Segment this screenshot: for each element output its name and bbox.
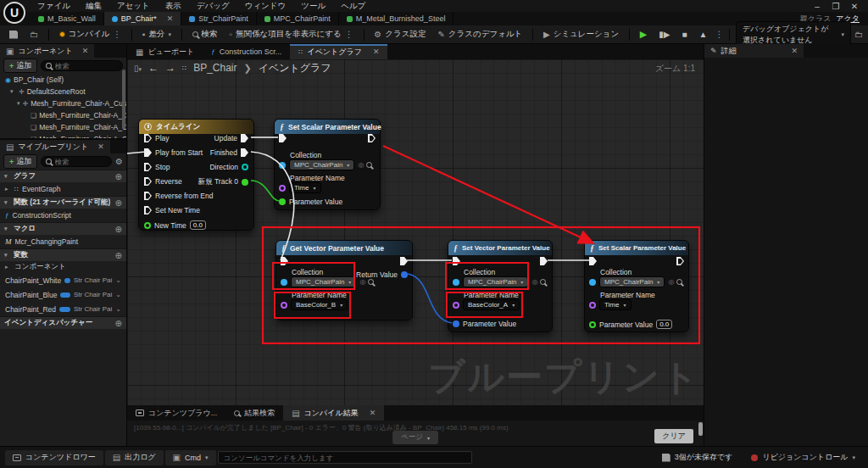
components-scrollbar[interactable] [122,70,125,129]
menu-file[interactable]: ファイル [31,0,77,13]
collection-dropdown[interactable]: MPC_ChairPain▾ [289,159,354,170]
menu-tools[interactable]: ツール [294,0,332,13]
use-selected-icon[interactable]: ◎ [531,278,537,286]
node-set-vector-parameter[interactable]: ƒ Set Vector Parameter Value Collection … [448,240,553,332]
menu-edit[interactable]: 編集 [79,0,108,13]
close-icon[interactable]: ✕ [792,47,798,55]
page-dropdown[interactable]: ページ▾ [392,431,438,444]
tab-close-icon[interactable]: ✕ [370,409,376,417]
minimize-button[interactable]: – [810,2,824,11]
add-component-button[interactable]: + 追加 [3,58,37,73]
event-graph-canvas[interactable]: ▯▾ ← → ∷ BP_Chair ❯ イベントグラフ ズーム 1:1 ブループ… [127,59,704,405]
close-icon[interactable]: ✕ [97,142,104,151]
node-header[interactable]: ƒ Get Vector Parameter Value [276,241,412,255]
diff-button[interactable]: ▪ 差分 ▾ [138,27,175,42]
stop-button[interactable]: ■ [678,28,692,41]
add-graph-icon[interactable]: ⊕ [115,172,122,181]
close-icon[interactable]: ✕ [82,47,89,55]
hide-unrelated-options-icon[interactable]: ⋮ [345,30,353,39]
parameter-value-pin[interactable] [279,198,286,205]
parameter-value-pin[interactable] [589,321,596,328]
menu-asset[interactable]: アセット [110,0,157,13]
browse-icon[interactable] [366,162,372,168]
exec-pin-reverse[interactable] [144,177,152,186]
node-timeline[interactable]: タイムライン Play Play from Start Stop Reverse… [138,119,254,231]
exec-pin-play-from-start[interactable] [144,148,152,157]
compile-options-icon[interactable]: ⋮ [113,30,121,39]
exec-pin-in[interactable] [279,134,287,142]
play-button[interactable]: ▶ [636,27,651,42]
exec-pin-reverse-from-end[interactable] [144,192,152,200]
collapse-arrow-icon[interactable]: ▾ [4,252,10,259]
browse-debug-icon[interactable]: 🗀 [854,30,863,39]
collapse-arrow-icon[interactable]: ▾ [4,173,10,180]
float-pin-track0[interactable] [242,179,248,186]
parameter-name-pin[interactable] [281,302,287,309]
cmd-dropdown[interactable]: ▣ Cmd ▾ [165,450,216,465]
parameter-value-pin[interactable] [453,320,459,327]
eventgraph-item[interactable]: ▸ ∷ EventGraph [0,182,126,196]
browse-icon[interactable] [540,279,546,285]
exec-pin-finished[interactable] [241,148,248,157]
exec-pin-out[interactable] [676,257,684,265]
parameter-name-pin[interactable] [453,302,459,309]
expand-arrow-icon[interactable]: ▾ [10,88,16,95]
log-scrollbar[interactable] [698,422,703,436]
tab-event-graph[interactable]: ∷ イベントグラフ ✕ [290,44,387,59]
close-button[interactable]: ✕ [848,2,861,11]
console-command-input[interactable] [218,451,472,464]
use-selected-icon[interactable]: ◎ [668,278,674,286]
node-set-scalar-parameter-right[interactable]: ƒ Set Scalar Parameter Value Collection … [584,240,689,332]
tree-item-mesh-cushion-child[interactable]: ❏ Mesh_Furniture_Chair-A_Cushion [0,109,126,121]
tab-close-icon[interactable]: ✕ [167,14,174,23]
tab-bp-chair[interactable]: BP_Chair* ✕ [104,12,182,25]
find-button[interactable]: 検索 [188,27,222,42]
browse-icon[interactable] [676,279,682,285]
tab-close-icon[interactable]: ✕ [373,47,380,56]
exec-pin-out[interactable] [540,257,548,265]
parameter-value-field[interactable]: 0.0 [656,320,672,329]
float-pin-new-time[interactable] [144,222,151,229]
expand-arrow-icon[interactable]: ▸ [5,186,11,192]
menu-view[interactable]: 表示 [159,0,188,13]
browse-asset-button[interactable]: 🗀 [25,28,42,41]
menu-window[interactable]: ウィンドウ [238,0,293,13]
node-header[interactable]: タイムライン [139,120,253,134]
visibility-icon[interactable]: ⌄ [115,276,121,284]
parameter-name-dropdown[interactable]: Time▾ [289,182,321,193]
tab-str-chairpaint[interactable]: Str_ChairPaint [181,12,257,25]
tree-item-bp-chair-self[interactable]: ◉ BP_Chair (Self) [0,74,126,86]
enum-pin-direction[interactable] [242,164,248,170]
frame-skip-button[interactable]: ▮▶ [654,28,674,41]
save-button[interactable] [5,29,22,41]
variable-chairpaint-blue[interactable]: ChairPaint_Blue Str Chair Pai ⌄ [0,287,126,302]
parameter-name-dropdown[interactable]: BaseColor_B▾ [291,299,348,310]
tree-item-defaultsceneroot[interactable]: ▾ ✛ DefaultSceneRoot [0,86,126,98]
add-function-icon[interactable]: ⊕ [115,198,122,208]
breadcrumb-current[interactable]: イベントグラフ [259,61,331,75]
maximize-button[interactable]: ❐ [829,2,843,11]
class-settings-button[interactable]: ⚙ クラス設定 [370,27,430,42]
unsaved-button[interactable]: 3個が未保存です [654,450,741,465]
parameter-name-dropdown[interactable]: BaseColor_A▾ [463,299,520,310]
collapse-arrow-icon[interactable]: ▾ [4,199,10,206]
exec-pin-out[interactable] [400,257,408,265]
collection-pin[interactable] [279,162,286,169]
exec-pin-out[interactable] [368,134,376,142]
constructionscript-item[interactable]: ƒ ConstructionScript [0,209,126,222]
output-log-button[interactable]: ▤ 出力ログ [105,450,164,465]
collection-dropdown[interactable]: MPC_ChairPain▾ [291,276,356,287]
components-variable-group[interactable]: ▸ コンポーネント [0,261,126,273]
use-selected-icon[interactable]: ◎ [358,161,364,169]
visibility-icon[interactable]: ⌄ [115,291,121,298]
tab-find-results[interactable]: 結果検索 [225,405,283,421]
collection-pin[interactable] [281,279,287,286]
filter-gear-icon[interactable]: ⚙ [115,157,123,166]
hide-unrelated-button[interactable]: ▫ 無関係な項目を非表示にする ⋮ [225,27,358,42]
components-search-input[interactable] [55,62,118,70]
parameter-name-dropdown[interactable]: Time▾ [599,299,632,310]
menu-help[interactable]: ヘルプ [334,0,372,13]
tree-item-mesh-cushion-child[interactable]: ❏ Mesh_Furniture_Chair-A_Cushion [0,133,126,140]
compile-button[interactable]: コンパイル ⋮ [55,27,126,42]
parameter-name-pin[interactable] [279,185,286,192]
